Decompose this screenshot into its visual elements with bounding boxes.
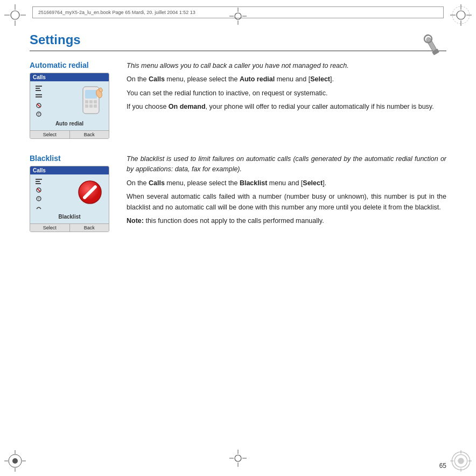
phone-footer-auto: Select Back — [30, 130, 109, 138]
section-auto-redial: Automatic redial Calls — [30, 61, 446, 139]
top-bar-text: 251669764_myX5-2a_lu_en.book Page 65 Mar… — [38, 10, 195, 15]
menu-icon-1 — [35, 85, 43, 92]
menu-icon-3 — [35, 102, 43, 109]
phone-mockup-header-auto: Calls — [30, 73, 109, 81]
phone-btn-back-blacklist: Back — [70, 224, 109, 232]
svg-rect-28 — [36, 86, 42, 87]
wrench-icon — [418, 32, 446, 60]
svg-point-61 — [235, 13, 241, 19]
blacklist-para-2: When several automatic calls failed with… — [127, 192, 446, 213]
svg-point-12 — [12, 458, 18, 464]
menu-icon-2 — [35, 93, 43, 101]
svg-rect-42 — [85, 104, 88, 108]
svg-rect-47 — [36, 179, 42, 180]
menu-icon-bl-2 — [35, 186, 43, 194]
blacklist-intro: The blacklist is used to limit failures … — [127, 154, 446, 175]
phone-mockup-header-blacklist: Calls — [30, 166, 109, 174]
svg-line-34 — [37, 104, 40, 107]
svg-point-19 — [458, 458, 464, 464]
phone-mockup-auto-redial: Calls — [30, 73, 109, 139]
svg-rect-32 — [36, 96, 42, 97]
menu-icon-bl-4 — [35, 204, 43, 211]
svg-rect-29 — [36, 88, 40, 89]
page-title: Settings — [30, 32, 446, 47]
svg-rect-38 — [85, 90, 97, 99]
section-auto-redial-text: This menu allows you to call back a call… — [127, 61, 446, 139]
menu-icon-bl-1 — [35, 178, 43, 185]
auto-redial-intro: This menu allows you to call back a call… — [127, 61, 446, 71]
svg-point-0 — [11, 11, 19, 19]
svg-text:?: ? — [38, 197, 40, 201]
phone-label-blacklist: Blacklist — [58, 214, 80, 220]
section-blacklist-title: Blacklist — [30, 154, 116, 163]
svg-rect-41 — [94, 100, 97, 103]
svg-point-56 — [235, 455, 241, 461]
svg-text:?: ? — [38, 113, 40, 116]
section-auto-redial-title: Automatic redial — [30, 61, 116, 69]
svg-rect-30 — [36, 90, 41, 91]
svg-rect-44 — [94, 104, 97, 108]
svg-rect-48 — [36, 181, 40, 182]
menu-icon-bl-3: ? — [35, 195, 43, 202]
phone-mockup-body-blacklist: ? — [30, 174, 109, 223]
section-blacklist-left: Blacklist Calls — [30, 154, 116, 232]
section-blacklist: Blacklist Calls — [30, 154, 446, 232]
corner-tr-decoration — [450, 4, 472, 26]
corner-tl-decoration — [4, 4, 26, 26]
section-auto-redial-left: Automatic redial Calls — [30, 61, 116, 139]
phone-footer-blacklist: Select Back — [30, 223, 109, 232]
title-divider — [30, 51, 446, 51]
blacklist-graphic — [78, 180, 102, 206]
auto-redial-para-1: On the Calls menu, please select the Aut… — [127, 74, 446, 85]
phone-mockup-body-auto: ? — [30, 81, 109, 130]
svg-rect-43 — [89, 104, 93, 108]
svg-rect-49 — [36, 183, 41, 184]
main-content: Settings Automatic redial Calls — [30, 32, 446, 446]
top-center-decoration — [229, 8, 247, 26]
svg-rect-40 — [89, 100, 93, 103]
svg-line-51 — [37, 188, 40, 192]
phone-label-auto: Auto redial — [55, 121, 83, 127]
page-number: 65 — [439, 462, 446, 470]
phone-mockup-blacklist: Calls — [30, 166, 109, 232]
corner-bl-decoration — [4, 450, 26, 472]
corner-br-decoration — [450, 450, 472, 472]
title-area: Settings — [30, 32, 446, 47]
phone-btn-select-blacklist: Select — [30, 224, 70, 232]
blacklist-para-3: Note: this function does not apply to th… — [127, 216, 446, 226]
phone-graphic-auto — [80, 86, 104, 118]
blacklist-para-1: On the Calls menu, please select the Bla… — [127, 178, 446, 188]
svg-point-5 — [457, 11, 465, 19]
section-blacklist-text: The blacklist is used to limit failures … — [127, 154, 446, 232]
auto-redial-para-2: You can set the redial function to inact… — [127, 88, 446, 99]
phone-btn-select-auto: Select — [30, 131, 70, 138]
bottom-center-decoration — [229, 450, 247, 468]
phone-btn-back-auto: Back — [70, 131, 109, 138]
svg-rect-31 — [36, 94, 42, 95]
svg-rect-39 — [85, 100, 88, 103]
auto-redial-para-3: If you choose On demand, your phone will… — [127, 102, 446, 112]
menu-icon-4: ? — [35, 110, 43, 118]
